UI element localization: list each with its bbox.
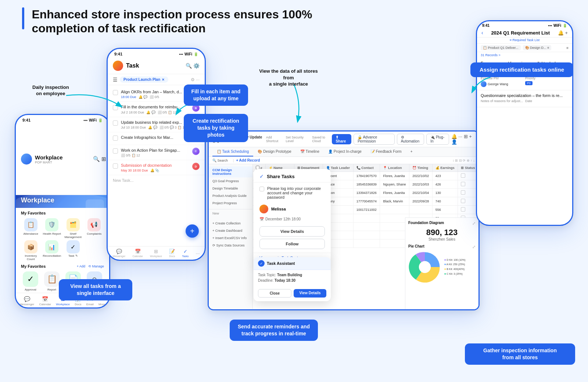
view-details-btn[interactable]: View Details — [259, 226, 325, 237]
checkbox-3[interactable] — [113, 120, 118, 126]
ta-icon: ✓ — [258, 260, 265, 267]
tab-add[interactable]: + — [406, 147, 417, 156]
nav-calendar[interactable]: 📅Calendar — [39, 296, 51, 306]
fav-item-health[interactable]: 🛡️ Health Report — [42, 218, 62, 239]
add-btn[interactable]: + Add — [77, 264, 85, 268]
ta-title: Task Assistant — [267, 261, 295, 266]
fav-label-reconciliation: Reconciliation — [43, 255, 61, 258]
tab-task-scheduling[interactable]: 📋 Task Scheduling — [212, 147, 253, 156]
task-title: Task — [126, 62, 186, 69]
manage-btn[interactable]: ⟲ Manage — [88, 264, 104, 268]
annotation-view-data: View the data of all stores froma single… — [257, 68, 320, 87]
page-title-line1: Enhanced store inspection process ensure… — [32, 7, 312, 21]
p3-records[interactable]: 31 Records > — [477, 52, 572, 58]
sidebar-q3[interactable]: Q3 Goal Progress — [209, 177, 252, 185]
modal-title: Share Tasks — [267, 174, 295, 179]
p2-nav-docs[interactable]: 📝Docs — [169, 249, 175, 257]
filter-more-icon[interactable]: ⚙ ··· — [191, 77, 200, 82]
share-btn[interactable]: ⬆ Share — [332, 134, 351, 144]
svg-point-0 — [419, 261, 431, 273]
bottom-nav-phone2: 💬Messenger 📅Calendar ⊞Workplace 📝Docs ✓T… — [108, 246, 205, 260]
checkbox-2[interactable] — [113, 105, 118, 110]
automation-btn[interactable]: ⚙ Automation — [397, 134, 424, 145]
assignee-6: D — [192, 163, 200, 170]
follow-btn[interactable]: Follow — [259, 239, 325, 249]
tab-feedback-form[interactable]: 📝 Feedback Form — [366, 147, 406, 156]
status-bar-phone1: 9:41 ▪▪▪WiFi🔋 — [16, 115, 109, 124]
table-toolbar: 🔍 Search | + Add Record ↕ ⊞ ⊟ ⟳ ⊕ ↑ ↓ — [209, 157, 478, 164]
user-avatar-phone1 — [21, 154, 32, 165]
fav-item-complaints[interactable]: 📢 Complaints — [85, 218, 104, 239]
p2-nav-calendar[interactable]: 📅Calendar — [132, 249, 143, 257]
plugin-btn[interactable]: 🔌 Plug-In — [426, 134, 449, 145]
new-task-placeholder[interactable]: New Task... — [108, 175, 205, 185]
ta-close-btn[interactable]: Close — [258, 289, 291, 298]
p2-nav-messenger[interactable]: 💬Messenger — [113, 249, 126, 257]
task-header: Task 🔍 ⚙️ — [108, 58, 205, 74]
more-icons[interactable]: 🔔 ··· ⊞ + 👤 — [451, 134, 475, 145]
sidebar-project-progress[interactable]: Project Progress — [209, 199, 252, 207]
time-phone3: 9:41 — [482, 24, 490, 28]
fav-item-shelf[interactable]: 🗂️ Shelf Management — [63, 218, 83, 239]
ta-details-btn[interactable]: View Details — [294, 289, 326, 298]
fav-label-health: Health Report — [43, 233, 61, 236]
filter-menu-icon[interactable]: ☰ — [113, 77, 118, 83]
sidebar-design-timetable[interactable]: Design Timetable — [209, 185, 252, 192]
p2-nav-workplace[interactable]: ⊞Workplace — [150, 249, 162, 257]
task-item-6[interactable]: Submission of docmentation May 30 18:00 … — [108, 160, 205, 175]
header-icons-phone1[interactable]: 🔍 ⊞ — [93, 156, 106, 162]
app-title-phone1: Workplace — [35, 154, 90, 161]
sidebar-insert-excel[interactable]: + Insert Excel/CSV Info — [209, 234, 252, 242]
task-header-icons[interactable]: 🔍 ⚙️ — [186, 63, 200, 69]
ta-header: ✓ Task Assistant — [254, 257, 331, 270]
sidebar-product-analysis[interactable]: Product Analysis Guide — [209, 192, 252, 199]
fav-item-reconciliation[interactable]: 📊 Reconciliation — [42, 240, 62, 261]
screen-data-table: Design Team Weekly Update ✿ ⊕ Add Shortc… — [208, 130, 480, 310]
p2-nav-more[interactable]: ··· — [196, 251, 200, 256]
p2-nav-tasks[interactable]: ✓Tasks — [182, 249, 189, 257]
fab-add-task[interactable]: + — [186, 224, 199, 238]
p3-chip-design[interactable]: 🎨 Design D... ≡ — [523, 45, 552, 50]
phone-inspection: 9:41 ▪▪▪WiFi🔋 ‹ 2024 Q1 Requirement List… — [476, 20, 573, 226]
tab-timeline[interactable]: 📅 Timeline — [296, 147, 324, 156]
fav-label-inventory: Inventory Count — [21, 255, 41, 261]
task-assistant-panel: ✓ Task Assistant Task Topic: Team Buildi… — [254, 257, 331, 301]
advance-permission-btn[interactable]: 🔒 Advance Permission — [354, 134, 394, 145]
sidebar-ccm[interactable]: CCM Design Instructions — [209, 166, 252, 177]
tab-design-prototype[interactable]: 🎨 Design Prototype — [253, 147, 296, 156]
fav-item-attendance[interactable]: 📋 Attendance — [21, 218, 41, 239]
filter-chip-product[interactable]: Product Launch Plan ✕ — [120, 76, 168, 83]
chart-expand-icon[interactable]: ⤢ — [472, 221, 476, 226]
pie-expand-icon[interactable]: ⤢ — [472, 245, 476, 249]
callout-assign-rect: Assign rectification tasks online — [470, 62, 573, 77]
p3-chip-product[interactable]: 📋 Product Q1 Deliver... — [481, 45, 521, 50]
tabs-row: 📋 Task Scheduling 🎨 Design Prototype 📅 T… — [209, 147, 478, 157]
callout-fill-in: Fill in each item andupload at any time — [184, 84, 248, 106]
nav-messenger[interactable]: 💬Messenger — [20, 296, 35, 306]
modal-checkbox[interactable] — [259, 187, 264, 191]
p3-filter-more[interactable]: ≡ — [566, 46, 569, 50]
arrow-viewdata-down — [279, 81, 316, 125]
tab-project-incharge[interactable]: 👤 Project In-charge — [324, 147, 366, 156]
fav-item-task[interactable]: ✓ Task ✎ — [63, 240, 83, 261]
sidebar-sync-data[interactable]: ⟳ Sync Data Sources — [209, 242, 252, 249]
p3-record-2[interactable]: Questionnaire specialization – the form … — [477, 90, 572, 107]
filter-chip-close[interactable]: ✕ — [162, 78, 165, 82]
app-brand-phone1: POP MART — [35, 161, 90, 164]
checkbox-4[interactable] — [113, 136, 118, 141]
annotation-daily-inspection: Daily inspectionon employee — [32, 84, 69, 97]
add-record-btn[interactable]: + Add Record — [236, 158, 260, 162]
sidebar-create-dashboard[interactable]: + Create Dashboard — [209, 227, 252, 234]
page-title-line2: completion of task rectification — [32, 21, 312, 35]
big-fav-approval[interactable]: ✓ Approval — [21, 271, 40, 291]
fav-item-inventory[interactable]: 📦 Inventory Count — [21, 240, 41, 261]
task-item-5[interactable]: Work on Action Plan for Singap... ⬜ 0/5 … — [108, 145, 205, 160]
checkbox-6[interactable] — [113, 163, 118, 169]
phone3-header-icons[interactable]: 🔔 + — [558, 30, 568, 36]
time-phone2: 9:41 — [114, 52, 122, 56]
sidebar-create-collection[interactable]: + Create Collection — [209, 220, 252, 227]
checkbox-5[interactable] — [113, 148, 118, 154]
phone-task: 9:41 ▪▪▪WiFi🔋 Task 🔍 ⚙️ ☰ Product Launch… — [107, 48, 206, 261]
checkbox-1[interactable] — [113, 90, 118, 95]
screen1-sidebar: CCM Design Instructions Q3 Goal Progress… — [209, 164, 253, 309]
